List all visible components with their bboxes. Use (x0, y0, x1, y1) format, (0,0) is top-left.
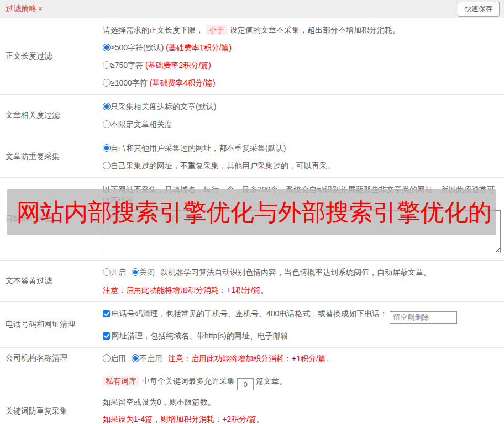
keyword-limit-line: 私有词库中每个关键词最多允许采集篇文章。 (103, 375, 501, 391)
radio-checked-icon[interactable] (132, 268, 139, 276)
row-company-clean: 公司机构名称清理 启用不启用注意：启用此功能将增加积分消耗：+1积分/篇。 (0, 347, 504, 369)
radio-checked-icon[interactable] (103, 103, 111, 110)
row-label: 正文长度过滤 (0, 18, 103, 94)
watermark-overlay: 网站内部搜索引擎优化与外部搜索引擎优化的 (7, 189, 496, 235)
porn-option-on[interactable]: 开启 (103, 268, 126, 277)
header-bar: 过滤策略 快速保存 (0, 0, 504, 18)
porn-filter-description: 以机器学习算法自动识别色情内容，当色情概率达到系统阈值，自动屏蔽文章。 (160, 268, 431, 277)
row-content-length-filter: 正文长度过滤 请选择需求的正文长度下限，小于设定值的文章不采集，超出部分不增加积… (0, 18, 504, 94)
company-clean-note: 注意：启用此功能将增加积分消耗：+1积分/篇。 (168, 354, 334, 363)
option-label: 自己和其他用户采集过的网址，都不重复采集(默认) (111, 144, 286, 152)
dedup-option-own[interactable]: 自己采集过的网址，不重复采集，其他用户采集过的，可以再采。 (103, 160, 501, 171)
content-length-option-500[interactable]: ≥500字符(默认) (基础费率1积分/篇) (103, 42, 501, 53)
radio-unchecked-icon[interactable] (103, 162, 111, 169)
radio-checked-icon[interactable] (103, 144, 111, 152)
limit-text-end: 篇文章。 (256, 377, 287, 385)
dedup-option-global[interactable]: 自己和其他用户采集过的网址，都不重复采集(默认) (103, 142, 501, 153)
intro-text-before: 请选择需求的正文长度下限， (103, 25, 203, 34)
content-length-option-750[interactable]: ≥750字符 (基础费率2积分/篇) (103, 60, 501, 71)
porn-option-off[interactable]: 关闭 (132, 268, 155, 277)
radio-unchecked-icon[interactable] (103, 79, 111, 87)
company-option-enable[interactable]: 启用 (103, 354, 126, 363)
radio-unchecked-icon[interactable] (103, 354, 111, 362)
option-label: 不限定文章相关度 (111, 120, 172, 129)
content-length-option-1000[interactable]: ≥1000字符 (基础费率4积分/篇) (103, 77, 501, 88)
option-label: 开启 (111, 268, 126, 277)
limit-text-mid: 中每个关键词最多允许采集 (142, 377, 235, 385)
porn-filter-options: 开启关闭以机器学习算法自动识别色情内容，当色情概率达到系统阈值，自动屏蔽文章。 (103, 267, 501, 278)
keyword-note-zero: 如果留空或设为0，则不限篇数。 (103, 396, 501, 407)
fee-note: (基础费率4积分/篇) (150, 78, 216, 87)
content-length-intro: 请选择需求的正文长度下限，小于设定值的文章不采集，超出部分不增加积分消耗。 (103, 24, 501, 35)
option-label: 自己采集过的网址，不重复采集，其他用户采集过的，可以再采。 (111, 161, 335, 170)
row-porn-filter: 文本鉴黄过滤 开启关闭以机器学习算法自动识别色情内容，当色情概率达到系统阈值，自… (0, 260, 504, 301)
relevance-option-any[interactable]: 不限定文章相关度 (103, 119, 501, 130)
porn-filter-note: 注意：启用此功能将增加积分消耗：+1积分/篇。 (103, 284, 501, 295)
private-lexicon-link[interactable]: 私有词库 (103, 376, 139, 386)
intro-text-after: 设定值的文章不采集，超出部分不增加积分消耗。 (230, 25, 400, 34)
radio-unchecked-icon[interactable] (103, 268, 111, 276)
row-label: 电话号码和网址清理 (0, 302, 103, 347)
replacement-phone-input[interactable] (390, 311, 457, 324)
radio-checked-icon[interactable] (103, 44, 111, 51)
row-label: 文章相关度过滤 (0, 95, 103, 136)
row-keyword-dedup: 关键词防重复采集 私有词库中每个关键词最多允许采集篇文章。 如果留空或设为0，则… (0, 369, 504, 424)
quick-save-button[interactable]: 快速保存 (458, 2, 500, 17)
keyword-count-input[interactable] (237, 378, 254, 390)
company-clean-options: 启用不启用注意：启用此功能将增加积分消耗：+1积分/篇。 (103, 353, 501, 364)
phone-clean-option[interactable]: 电话号码清理，包括常见的手机号、座机号、400电话格式，或替换成如下电话： (103, 308, 501, 324)
option-label: ≥1000字符 (111, 78, 148, 87)
option-label: 网址清理，包括纯域名、带http(s)的网址、电子邮箱 (112, 331, 288, 340)
company-option-disable[interactable]: 不启用 (132, 354, 162, 363)
row-label: 关键词防重复采集 (0, 369, 103, 424)
row-phone-url-clean: 电话号码和网址清理 电话号码清理，包括常见的手机号、座机号、400电话格式，或替… (0, 301, 504, 347)
row-dedup-collection: 文章防重复采集 自己和其他用户采集过的网址，都不重复采集(默认) 自己采集过的网… (0, 136, 504, 177)
checkbox-checked-icon[interactable] (103, 332, 110, 340)
option-label: 电话号码清理，包括常见的手机号、座机号、400电话格式，或替换成如下电话： (112, 309, 387, 318)
option-label: ≥500字符(默认) (111, 43, 164, 52)
row-label: 公司机构名称清理 (0, 348, 103, 369)
option-label: 只采集相关度达标的文章(默认) (111, 102, 216, 111)
radio-unchecked-icon[interactable] (103, 61, 111, 69)
relevance-option-strict[interactable]: 只采集相关度达标的文章(默认) (103, 101, 501, 112)
less-than-highlight: 小于 (206, 25, 227, 35)
option-label: 不启用 (139, 354, 162, 363)
radio-checked-icon[interactable] (132, 354, 139, 362)
row-label: 文章防重复采集 (0, 136, 103, 177)
keyword-note-fee: 如果设为1-4篇，则增加积分消耗：+2积分/篇。 (103, 414, 501, 424)
radio-unchecked-icon[interactable] (103, 120, 111, 128)
row-label: 文本鉴黄过滤 (0, 261, 103, 301)
double-chevron-down-icon (37, 7, 45, 11)
url-clean-option[interactable]: 网址清理，包括纯域名、带http(s)的网址、电子邮箱 (103, 330, 501, 341)
watermark-text: 网站内部搜索引擎优化与外部搜索引擎优化的 (7, 200, 492, 224)
fee-note: (基础费率1积分/篇) (166, 43, 232, 52)
page-title-text: 过滤策略 (6, 4, 36, 14)
option-label: ≥750字符 (111, 61, 143, 70)
row-relevance-filter: 文章相关度过滤 只采集相关度达标的文章(默认) 不限定文章相关度 (0, 94, 504, 136)
checkbox-checked-icon[interactable] (103, 310, 110, 317)
option-label: 启用 (111, 354, 126, 363)
fee-note: (基础费率2积分/篇) (145, 61, 211, 70)
option-label: 关闭 (139, 268, 155, 277)
page-title[interactable]: 过滤策略 (6, 4, 43, 14)
